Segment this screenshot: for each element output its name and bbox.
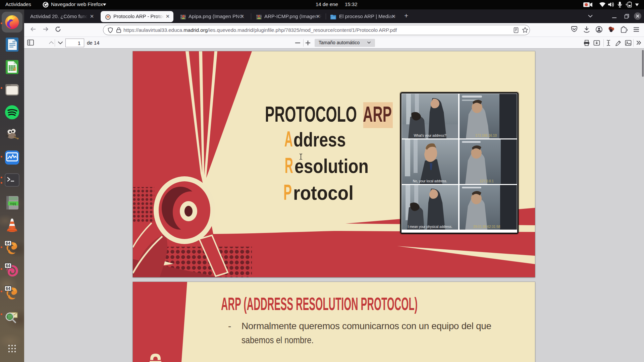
- svg-text:A: A: [284, 127, 293, 151]
- svg-text:Normalmente queremos comunicar: Normalmente queremos comunicarnos con un…: [241, 321, 491, 331]
- svg-text:R: R: [285, 154, 293, 178]
- svg-text:PROTOCOLO: PROTOCOLO: [265, 102, 357, 126]
- svg-text:29:01:38:62:31:58: 29:01:38:62:31:58: [473, 225, 500, 229]
- svg-text:rotocol: rotocol: [293, 182, 354, 204]
- svg-text:64: 64: [6, 263, 10, 268]
- svg-text:P: P: [283, 180, 292, 204]
- svg-text:esolution: esolution: [294, 155, 369, 177]
- svg-text:ARP: ARP: [363, 102, 392, 126]
- svg-text:No, your local address.: No, your local address.: [413, 179, 447, 183]
- svg-text:nqq: nqq: [10, 202, 16, 206]
- svg-text:ddress: ddress: [293, 128, 346, 151]
- svg-text:127.0.0.1: 127.0.0.1: [480, 179, 494, 183]
- svg-text:64: 64: [6, 241, 10, 246]
- svg-text:ARP (ADDRESS RESOLUTION PROTOC: ARP (ADDRESS RESOLUTION PROTOCOL): [221, 294, 418, 314]
- svg-text:I mean your physical address.: I mean your physical address.: [408, 225, 452, 229]
- svg-text:sabemos el nombre.: sabemos el nombre.: [241, 335, 314, 345]
- svg-text:-: -: [228, 321, 231, 331]
- svg-text:173.168.16.10: 173.168.16.10: [475, 134, 497, 137]
- svg-text:What's your address?: What's your address?: [414, 134, 446, 137]
- svg-text:64: 64: [6, 286, 10, 291]
